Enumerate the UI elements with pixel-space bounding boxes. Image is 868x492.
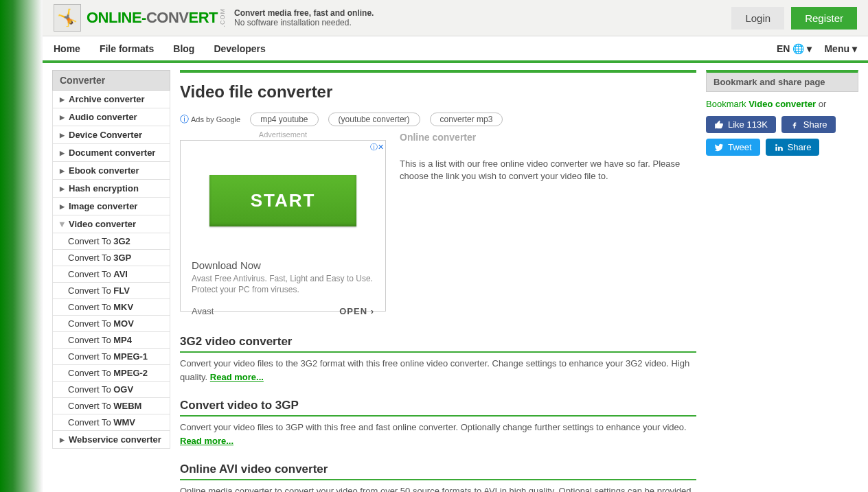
converter-avi: Online AVI video converter Online media … [180,462,696,492]
arrow-icon: ▶ [60,436,65,443]
arrow-icon: ▶ [60,203,65,210]
chevron-right-icon: › [371,306,374,316]
converter-heading[interactable]: Convert video to 3GP [180,399,696,417]
nav-home[interactable]: Home [54,43,80,54]
chevron-down-icon: ▾ [852,43,857,54]
logo-text[interactable]: ONLINE-CONVERT [87,9,218,27]
sidebar-item-document[interactable]: ▶Document converter [52,144,170,162]
login-button[interactable]: Login [731,7,784,30]
converter-text: Convert your video files to 3GP with thi… [180,421,696,447]
sidebar-sub-mov[interactable]: Convert To MOV [52,316,170,332]
sidebar-item-archive[interactable]: ▶Archive converter [52,91,170,108]
ad-open-button[interactable]: OPEN › [339,306,374,316]
arrow-icon: ▶ [60,114,65,121]
sidebar-sub-3gp[interactable]: Convert To 3GP [52,250,170,266]
converter-text: Online media converter to convert your v… [180,484,696,492]
facebook-share-button[interactable]: Share [781,116,836,133]
arrow-down-icon: ▶ [59,222,66,226]
ads-by-google[interactable]: ⓘAds by Google [180,113,240,126]
converter-3g2: 3G2 video converter Convert your video f… [180,335,696,384]
sidebar-sub-webm[interactable]: Convert To WEBM [52,398,170,414]
logo-icon[interactable]: 🤸 [54,4,81,32]
intro-text: This is a list with our free online vide… [400,158,696,183]
sidebar-sub-wmv[interactable]: Convert To WMV [52,414,170,431]
site-header: 🤸 ONLINE-CONVERT .COM Convert media free… [43,0,868,36]
logo-suffix: .COM [219,8,226,27]
bookmark-header: Bookmark and share page [706,70,858,92]
ad-brand: Avast [192,306,214,316]
sidebar-item-image[interactable]: ▶Image converter [52,198,170,215]
twitter-tweet-button[interactable]: Tweet [706,139,760,156]
sidebar-item-webservice[interactable]: ▶Webservice converter [52,431,170,449]
sidebar-item-audio[interactable]: ▶Audio converter [52,108,170,126]
nav-blog[interactable]: Blog [173,43,194,54]
page-title: Video file converter [180,82,696,102]
menu-dropdown[interactable]: Menu ▾ [824,43,857,54]
ad-label: Advertisement [180,130,386,139]
ad-description: Avast Free Antivirus. Fast, Light and Ea… [192,274,374,295]
arrow-icon: ▶ [60,150,65,156]
sidebar-sub-flv[interactable]: Convert To FLV [52,283,170,299]
ad-pill-mp4[interactable]: mp4 youtube [250,113,318,126]
main-content: Video file converter ⓘAds by Google mp4 … [180,70,696,492]
thumbs-up-icon [714,120,724,130]
arrow-icon: ▶ [60,96,65,103]
main-nav: Home File formats Blog Developers EN 🌐▾ … [43,36,868,63]
read-more-link[interactable]: Read more... [180,436,233,446]
bookmark-link[interactable]: Video converter [749,99,816,109]
intro-heading: Online converter [400,132,696,143]
ad-start-button[interactable]: START [209,175,357,226]
linkedin-icon [774,143,784,152]
nav-developers[interactable]: Developers [214,43,265,54]
sidebar-sub-avi[interactable]: Convert To AVI [52,266,170,283]
ad-box[interactable]: ⓘ✕ START Download Now Avast Free Antivir… [180,140,386,312]
ad-close-icon[interactable]: ⓘ✕ [370,142,384,152]
sidebar-sub-ogv[interactable]: Convert To OGV [52,382,170,398]
facebook-like-button[interactable]: Like 113K [706,116,776,133]
sidebar-sub-mpeg2[interactable]: Convert To MPEG-2 [52,365,170,382]
facebook-icon [790,120,799,130]
tagline: Convert media free, fast and online. No … [234,8,374,27]
bookmark-text: Bookmark Video converter or [706,99,858,109]
ad-download-now: Download Now [192,259,374,271]
linkedin-share-button[interactable]: Share [766,139,820,156]
converter-heading[interactable]: 3G2 video converter [180,335,696,353]
twitter-icon [714,143,724,152]
arrow-icon: ▶ [60,132,65,139]
nav-file-formats[interactable]: File formats [100,43,154,54]
language-selector[interactable]: EN 🌐▾ [777,43,812,54]
sidebar-item-device[interactable]: ▶Device Converter [52,126,170,144]
sidebar-sub-mpeg1[interactable]: Convert To MPEG-1 [52,349,170,365]
globe-icon: 🌐 [792,43,804,54]
sidebar-sub-mkv[interactable]: Convert To MKV [52,299,170,316]
sidebar-item-hash[interactable]: ▶Hash encryption [52,180,170,198]
sidebar-sub-mp4[interactable]: Convert To MP4 [52,332,170,349]
info-icon: ⓘ [180,113,189,126]
ad-pill-mp3[interactable]: converter mp3 [430,113,503,126]
accent-bar [180,70,696,73]
right-sidebar: Bookmark and share page Bookmark Video c… [706,70,858,492]
sidebar: Converter ▶Archive converter ▶Audio conv… [52,70,170,492]
read-more-link[interactable]: Read more... [210,372,264,382]
arrow-icon: ▶ [60,185,65,192]
register-button[interactable]: Register [791,7,857,30]
sidebar-item-ebook[interactable]: ▶Ebook converter [52,162,170,180]
converter-text: Convert your video files to the 3G2 form… [180,357,696,384]
chevron-down-icon: ▾ [807,43,812,54]
ad-links-row: ⓘAds by Google mp4 youtube (youtube conv… [180,113,696,126]
ad-pill-youtube[interactable]: (youtube converter) [328,113,420,126]
converter-3gp: Convert video to 3GP Convert your video … [180,399,696,447]
sidebar-item-video[interactable]: ▶Video converter [52,215,170,233]
sidebar-sub-3g2[interactable]: Convert To 3G2 [52,233,170,250]
converter-heading[interactable]: Online AVI video converter [180,462,696,480]
arrow-icon: ▶ [60,167,65,174]
sidebar-header: Converter [52,70,170,91]
